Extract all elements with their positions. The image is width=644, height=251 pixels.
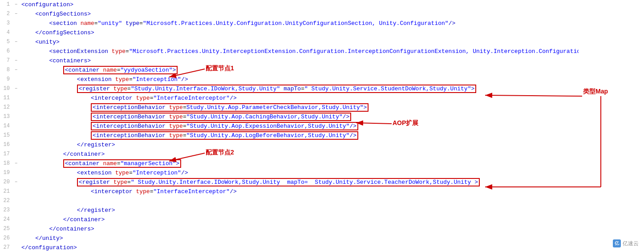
code-content: </register> xyxy=(20,140,579,150)
line-number: 3 xyxy=(0,19,12,28)
code-line: 9 <extension type="Interception"/> xyxy=(0,75,579,84)
line-number: 10 xyxy=(0,84,12,93)
code-content: <container name="managerSection"> xyxy=(20,159,579,168)
code-line: 13 <interceptionBehavior type="Study.Uni… xyxy=(0,112,579,121)
code-content: <sectionExtension type="Microsoft.Practi… xyxy=(20,47,579,56)
code-content: <register type="Study.Unity.Interface.ID… xyxy=(20,84,579,93)
code-line: 26 </unity> xyxy=(0,234,579,243)
fold-icon[interactable]: − xyxy=(12,178,20,187)
code-line: 18− <container name="managerSection"> xyxy=(0,159,579,168)
line-number: 21 xyxy=(0,187,12,196)
code-content: <interceptionBehavior type="Study.Unity.… xyxy=(20,131,579,140)
fold-icon[interactable]: − xyxy=(12,65,20,75)
line-number: 15 xyxy=(0,131,12,140)
code-content: <interceptor type="InterfaceInterceptor"… xyxy=(20,187,579,196)
code-line: 25 </containers> xyxy=(0,224,579,234)
code-area: 1−<configuration>2− <configSections>3 <s… xyxy=(0,0,579,251)
code-line: 27</configuration> xyxy=(0,243,579,251)
code-content: <configSections> xyxy=(20,9,579,19)
watermark: 亿 亿速云 xyxy=(613,239,639,247)
code-content: <configuration> xyxy=(20,0,579,9)
line-number: 6 xyxy=(0,47,12,56)
code-content: <extension type="Interception"/> xyxy=(20,75,579,84)
code-line: 10− <register type="Study.Unity.Interfac… xyxy=(0,84,579,93)
line-number: 7 xyxy=(0,56,12,65)
fold-icon[interactable]: − xyxy=(12,0,20,9)
code-line: 23 </register> xyxy=(0,206,579,215)
code-content: </container> xyxy=(20,215,579,224)
code-content: </register> xyxy=(20,206,579,215)
code-content: </container> xyxy=(20,150,579,159)
code-line: 20− <register type=" Study.Unity.Interfa… xyxy=(0,178,579,187)
code-content xyxy=(20,196,579,206)
line-number: 8 xyxy=(0,65,12,75)
code-content: <containers> xyxy=(20,56,579,65)
line-number: 26 xyxy=(0,234,12,243)
code-content: </configSections> xyxy=(20,28,579,37)
code-content: <interceptor type="InterfaceInterceptor"… xyxy=(20,93,579,103)
line-number: 24 xyxy=(0,215,12,224)
code-line: 15 <interceptionBehavior type="Study.Uni… xyxy=(0,131,579,140)
line-number: 1 xyxy=(0,0,12,9)
code-content: <unity> xyxy=(20,37,579,47)
line-number: 22 xyxy=(0,196,12,206)
code-line: 3 <section name="unity" type="Microsoft.… xyxy=(0,19,579,28)
line-number: 20 xyxy=(0,178,12,187)
line-number: 23 xyxy=(0,206,12,215)
code-content: </unity> xyxy=(20,234,579,243)
code-content: <section name="unity" type="Microsoft.Pr… xyxy=(20,19,579,28)
line-number: 27 xyxy=(0,243,12,251)
code-content: <extension type="Interception"/> xyxy=(20,168,579,178)
code-line: 12 <interceptionBehavior type=Study.Unit… xyxy=(0,103,579,112)
line-number: 25 xyxy=(0,224,12,234)
code-line: 22 xyxy=(0,196,579,206)
code-line: 6 <sectionExtension type="Microsoft.Prac… xyxy=(0,47,579,56)
fold-icon[interactable]: − xyxy=(12,84,20,93)
code-line: 19 <extension type="Interception"/> xyxy=(0,168,579,178)
line-number: 13 xyxy=(0,112,12,121)
code-line: 4 </configSections> xyxy=(0,28,579,37)
code-line: 2− <configSections> xyxy=(0,9,579,19)
code-content: </containers> xyxy=(20,224,579,234)
line-number: 18 xyxy=(0,159,12,168)
fold-icon[interactable]: − xyxy=(12,9,20,19)
code-content: </configuration> xyxy=(20,243,579,251)
code-line: 5− <unity> xyxy=(0,37,579,47)
line-number: 11 xyxy=(0,93,12,103)
line-number: 17 xyxy=(0,150,12,159)
line-number: 14 xyxy=(0,121,12,131)
line-number: 4 xyxy=(0,28,12,37)
line-number: 16 xyxy=(0,140,12,150)
code-line: 17 </container> xyxy=(0,150,579,159)
code-line: 8− <container name="yydyoaSection"> xyxy=(0,65,579,75)
fold-icon[interactable]: − xyxy=(12,37,20,47)
code-content: <container name="yydyoaSection"> xyxy=(20,65,579,75)
code-content: <interceptionBehavior type="Study.Unity.… xyxy=(20,112,579,121)
fold-icon[interactable]: − xyxy=(12,159,20,168)
annotation-typemap: 类型Map xyxy=(583,88,608,95)
code-line: 11 <interceptor type="InterfaceIntercept… xyxy=(0,93,579,103)
line-number: 19 xyxy=(0,168,12,178)
code-line: 7− <containers> xyxy=(0,56,579,65)
code-content: <register type=" Study.Unity.Interface.I… xyxy=(20,178,579,187)
watermark-text: 亿速云 xyxy=(623,240,639,247)
watermark-logo: 亿 xyxy=(613,239,621,247)
code-line: 1−<configuration> xyxy=(0,0,579,9)
line-number: 5 xyxy=(0,37,12,47)
line-number: 12 xyxy=(0,103,12,112)
code-container: 1−<configuration>2− <configSections>3 <s… xyxy=(0,0,644,251)
code-line: 14 <interceptionBehavior type="Study.Uni… xyxy=(0,121,579,131)
line-number: 9 xyxy=(0,75,12,84)
code-content: <interceptionBehavior type=Study.Unity.A… xyxy=(20,103,579,112)
code-line: 16 </register> xyxy=(0,140,579,150)
code-content: <interceptionBehavior type="Study.Unity.… xyxy=(20,121,579,131)
line-number: 2 xyxy=(0,9,12,19)
code-line: 24 </container> xyxy=(0,215,579,224)
code-line: 21 <interceptor type="InterfaceIntercept… xyxy=(0,187,579,196)
fold-icon[interactable]: − xyxy=(12,56,20,65)
